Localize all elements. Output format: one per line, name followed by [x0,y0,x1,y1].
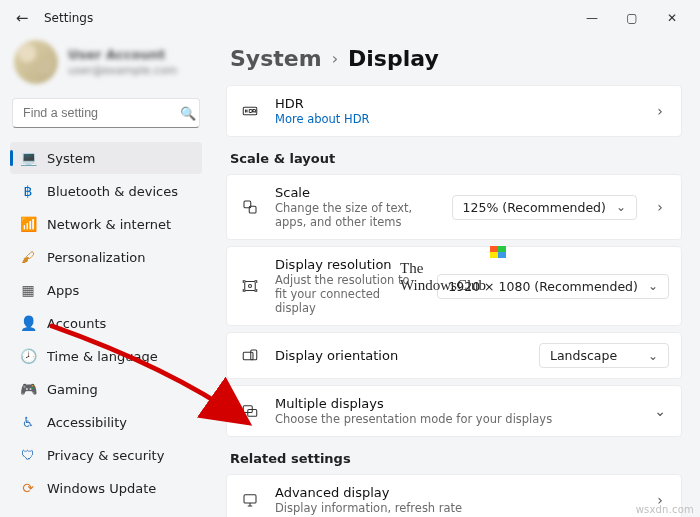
dropdown-value: Landscape [550,348,617,363]
card-subtitle: Change the size of text, apps, and other… [275,201,438,229]
card-resolution[interactable]: Display resolution Adjust the resolution… [226,246,682,326]
search-icon: 🔍 [180,106,196,121]
card-title: Scale [275,185,438,200]
bluetooth-icon: ฿ [20,183,36,199]
card-title: Display orientation [275,348,525,363]
monitor-icon [239,489,261,511]
sidebar-item-accessibility[interactable]: ♿ Accessibility [10,406,202,438]
maximize-button[interactable]: ▢ [612,4,652,32]
breadcrumb-page: Display [348,46,439,71]
sidebar-item-label: Privacy & security [47,448,192,463]
sidebar-item-accounts[interactable]: 👤 Accounts [10,307,202,339]
user-name: User Account [68,47,177,62]
sidebar-item-label: Time & language [47,349,192,364]
card-multiple-displays[interactable]: Multiple displays Choose the presentatio… [226,385,682,437]
resolution-icon [239,275,261,297]
time-language-icon: 🕗 [20,348,36,364]
resolution-dropdown[interactable]: 1920 × 1080 (Recommended) ⌄ [437,274,669,299]
svg-rect-5 [243,352,253,360]
privacy-icon: 🛡 [20,447,36,463]
svg-point-4 [249,285,252,288]
accessibility-icon: ♿ [20,414,36,430]
card-title: Display resolution [275,257,423,272]
search-box[interactable]: 🔍 [12,98,200,128]
multiple-displays-icon [239,400,261,422]
chevron-down-icon: ⌄ [648,349,658,363]
scale-icon [239,196,261,218]
windows-update-icon: ⟳ [20,480,36,496]
sidebar-item-personalization[interactable]: 🖌 Personalization [10,241,202,273]
chevron-right-icon: › [651,199,669,215]
svg-rect-6 [251,350,257,360]
sidebar: User Account user@example.com 🔍 💻 System… [0,36,208,517]
sidebar-item-label: Accessibility [47,415,192,430]
user-info: User Account user@example.com [68,47,177,77]
back-button[interactable]: ← [8,9,36,27]
sidebar-item-label: Accounts [47,316,192,331]
section-related: Related settings [230,451,682,466]
avatar [14,40,58,84]
dropdown-value: 125% (Recommended) [463,200,606,215]
close-button[interactable]: ✕ [652,4,692,32]
card-advanced-display[interactable]: Advanced display Display information, re… [226,474,682,517]
dropdown-value: 1920 × 1080 (Recommended) [448,279,638,294]
section-scale-layout: Scale & layout [230,151,682,166]
orientation-dropdown[interactable]: Landscape ⌄ [539,343,669,368]
card-subtitle: Display information, refresh rate [275,501,637,515]
card-scale[interactable]: Scale Change the size of text, apps, and… [226,174,682,240]
card-hdr[interactable]: HDR More about HDR › [226,85,682,137]
sidebar-item-label: Apps [47,283,192,298]
window-controls: — ▢ ✕ [572,4,692,32]
nav-list: 💻 System ฿ Bluetooth & devices 📶 Network… [10,142,202,504]
sidebar-item-label: Bluetooth & devices [47,184,192,199]
card-title: Multiple displays [275,396,637,411]
gaming-icon: 🎮 [20,381,36,397]
chevron-down-icon: ⌄ [648,279,658,293]
sidebar-item-label: Personalization [47,250,192,265]
sidebar-item-label: Windows Update [47,481,192,496]
card-title: Advanced display [275,485,637,500]
sidebar-item-label: System [47,151,192,166]
breadcrumb: System › Display [230,46,682,71]
card-subtitle: Adjust the resolution to fit your connec… [275,273,423,315]
breadcrumb-sep-icon: › [332,49,338,68]
svg-rect-3 [245,282,256,291]
credit: wsxdn.com [636,504,694,515]
accounts-icon: 👤 [20,315,36,331]
card-orientation[interactable]: Display orientation Landscape ⌄ [226,332,682,379]
personalization-icon: 🖌 [20,249,36,265]
search-input[interactable] [23,106,180,120]
sidebar-item-label: Network & internet [47,217,192,232]
user-block[interactable]: User Account user@example.com [10,40,202,94]
card-subtitle: Choose the presentation mode for your di… [275,412,637,426]
chevron-down-icon: ⌄ [616,200,626,214]
sidebar-item-label: Gaming [47,382,192,397]
svg-rect-9 [244,495,256,503]
sidebar-item-system[interactable]: 💻 System [10,142,202,174]
network-icon: 📶 [20,216,36,232]
sidebar-item-time-language[interactable]: 🕗 Time & language [10,340,202,372]
card-title: HDR [275,96,637,111]
scale-dropdown[interactable]: 125% (Recommended) ⌄ [452,195,637,220]
orientation-icon [239,345,261,367]
user-email: user@example.com [68,64,177,77]
hdr-link[interactable]: More about HDR [275,112,637,126]
system-icon: 💻 [20,150,36,166]
app-title: Settings [44,11,93,25]
sidebar-item-network[interactable]: 📶 Network & internet [10,208,202,240]
sidebar-item-bluetooth[interactable]: ฿ Bluetooth & devices [10,175,202,207]
titlebar: ← Settings — ▢ ✕ [0,0,700,36]
sidebar-item-windows-update[interactable]: ⟳ Windows Update [10,472,202,504]
apps-icon: ▦ [20,282,36,298]
hdr-icon [239,100,261,122]
breadcrumb-root[interactable]: System [230,46,322,71]
sidebar-item-privacy[interactable]: 🛡 Privacy & security [10,439,202,471]
sidebar-item-gaming[interactable]: 🎮 Gaming [10,373,202,405]
chevron-down-icon: ⌄ [651,403,669,419]
chevron-right-icon: › [651,103,669,119]
sidebar-item-apps[interactable]: ▦ Apps [10,274,202,306]
minimize-button[interactable]: — [572,4,612,32]
main-content: System › Display HDR More about HDR › Sc… [208,36,700,517]
